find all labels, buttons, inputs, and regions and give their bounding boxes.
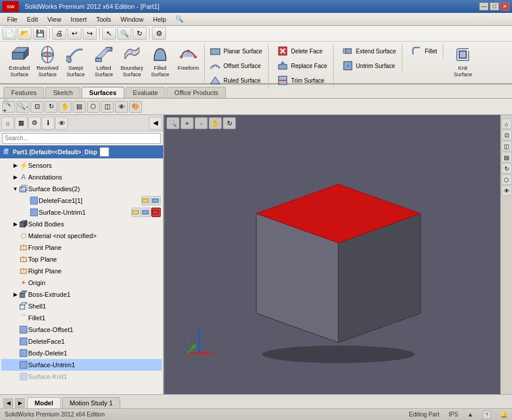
- tab-sketch[interactable]: Sketch: [45, 87, 80, 98]
- vp-zoom-btn[interactable]: 🔍: [167, 117, 179, 129]
- menu-window[interactable]: Window: [116, 15, 148, 24]
- action-config[interactable]: [151, 196, 161, 205]
- tab-surfaces[interactable]: Surfaces: [82, 87, 124, 98]
- tree-part-header[interactable]: Part1 (Default<<Default>_Disp: [0, 145, 163, 158]
- tree-surface-bodies[interactable]: ▼ Surface Bodies(2): [1, 183, 162, 195]
- menu-file[interactable]: File: [2, 15, 22, 24]
- expand-icon[interactable]: ▶: [12, 291, 19, 298]
- btab-motion-study[interactable]: Motion Study 1: [62, 397, 120, 408]
- toolbar-print[interactable]: 🖨: [52, 27, 66, 40]
- pan-btn[interactable]: ✋: [59, 101, 72, 113]
- view-orient-btn[interactable]: ◫: [101, 101, 114, 113]
- tree-surface-untrim1[interactable]: Surface-Untrim1: [1, 206, 162, 218]
- tool-lofted-surface[interactable]: Lofted Surface: [90, 44, 117, 79]
- rp-hide[interactable]: 👁: [501, 185, 512, 196]
- close-button[interactable]: ✕: [500, 2, 510, 11]
- menu-insert[interactable]: Insert: [66, 15, 91, 24]
- rp-section[interactable]: ▤: [501, 152, 512, 162]
- section-view-btn[interactable]: ▤: [73, 101, 86, 113]
- tree-origin[interactable]: ✦ Origin: [1, 277, 162, 289]
- tool-fillet[interactable]: Fillet: [408, 44, 439, 58]
- action-delete2[interactable]: [151, 208, 161, 217]
- action-eye[interactable]: [141, 196, 151, 205]
- hide-show-btn[interactable]: 👁: [115, 101, 128, 113]
- menu-help[interactable]: Help: [148, 15, 171, 24]
- btab-prev[interactable]: ◀: [4, 398, 13, 408]
- 3d-viewport[interactable]: 🔍 + - ✋ ↻ Z: [164, 115, 512, 394]
- expand-icon[interactable]: ▶: [12, 221, 19, 228]
- tool-trim-surface[interactable]: Trim Surface: [274, 73, 330, 87]
- tool-replace-face[interactable]: Replace Face: [274, 59, 330, 73]
- toolbar-new[interactable]: 📄: [2, 27, 16, 40]
- toolbar-undo[interactable]: ↩: [67, 27, 82, 40]
- tool-extruded-surface[interactable]: Extruded Surface: [6, 44, 33, 79]
- btab-model[interactable]: Model: [27, 397, 61, 408]
- action-config2[interactable]: [141, 208, 151, 217]
- tool-knit-surface[interactable]: Knit Surface: [449, 44, 476, 79]
- rp-rotate[interactable]: ↻: [501, 163, 512, 174]
- tree-surface-untrim1b[interactable]: Surface-Untrim1: [1, 359, 162, 371]
- tree-material[interactable]: ⬡ Material <not specified>: [1, 230, 162, 242]
- expand-icon[interactable]: ▶: [12, 174, 19, 181]
- expand-icon[interactable]: ▶: [12, 162, 19, 169]
- action-eye2[interactable]: [131, 208, 141, 217]
- zoom-in-btn[interactable]: 🔍+: [2, 101, 15, 113]
- tool-extend-surface[interactable]: Extend Surface: [340, 44, 398, 58]
- tree-surface-knit1[interactable]: Surface-Knit1: [1, 371, 162, 382]
- rotate-view-btn[interactable]: ↻: [45, 101, 57, 113]
- vp-zoom-in-btn[interactable]: +: [181, 117, 194, 129]
- appearance-btn[interactable]: 🎨: [129, 101, 142, 113]
- panel-btn-display[interactable]: 👁: [55, 117, 68, 130]
- tool-untrim-surface[interactable]: Untrim Surface: [340, 59, 398, 73]
- vp-pan-btn[interactable]: ✋: [209, 117, 222, 129]
- minimize-button[interactable]: —: [479, 2, 489, 11]
- panel-btn-home[interactable]: ⌂: [1, 117, 14, 130]
- tool-freeform[interactable]: Freeform: [175, 44, 202, 73]
- tool-planar-surface[interactable]: Planar Surface: [207, 44, 265, 58]
- tree-body-delete1[interactable]: Body-Delete1: [1, 347, 162, 359]
- tab-evaluate[interactable]: Evaluate: [126, 87, 166, 98]
- toolbar-select[interactable]: ↖: [102, 27, 116, 40]
- tool-ruled-surface[interactable]: Ruled Surface: [207, 73, 265, 87]
- rp-display[interactable]: ⬡: [501, 174, 512, 185]
- tree-surface-offset1[interactable]: Surface-Offset1: [1, 324, 162, 336]
- toolbar-options[interactable]: ⚙: [152, 27, 166, 40]
- panel-collapse-btn[interactable]: ◀: [149, 117, 162, 130]
- tree-right-plane[interactable]: Right Plane: [1, 265, 162, 277]
- tool-offset-surface[interactable]: Offset Surface: [207, 59, 265, 73]
- zoom-fit-btn[interactable]: ⊡: [30, 101, 43, 113]
- tree-annotations[interactable]: ▶ A Annotations: [1, 171, 162, 183]
- toolbar-redo[interactable]: ↪: [83, 27, 97, 40]
- maximize-button[interactable]: □: [490, 2, 499, 11]
- vp-rotate-btn[interactable]: ↻: [223, 117, 236, 129]
- tree-sensors[interactable]: ▶ ⚡ Sensors: [1, 160, 162, 171]
- toolbar-save[interactable]: 💾: [33, 27, 47, 40]
- menu-edit[interactable]: Edit: [22, 15, 43, 24]
- tab-features[interactable]: Features: [4, 87, 44, 98]
- panel-btn-config[interactable]: ⚙: [28, 117, 41, 130]
- tool-revolved-surface[interactable]: Revolved Surface: [34, 44, 61, 79]
- menu-tools[interactable]: Tools: [91, 15, 116, 24]
- vp-zoom-out-btn[interactable]: -: [195, 117, 208, 129]
- tool-delete-face[interactable]: Delete Face: [274, 44, 330, 58]
- btab-next[interactable]: ▶: [15, 398, 25, 408]
- tree-front-plane[interactable]: Front Plane: [1, 242, 162, 253]
- titlebar-controls[interactable]: — □ ✕: [479, 2, 510, 11]
- surface-bodies-expand[interactable]: ▼: [12, 185, 19, 192]
- tree-top-plane[interactable]: Top Plane: [1, 253, 162, 265]
- tree-deleteface1[interactable]: DeleteFace1[1]: [1, 195, 162, 206]
- toolbar-rotate[interactable]: ↻: [133, 27, 147, 40]
- tree-shell1[interactable]: Shell1: [1, 300, 162, 312]
- tool-boundary-surface[interactable]: Boundary Surface: [118, 44, 145, 79]
- display-style-btn[interactable]: ⬡: [87, 101, 100, 113]
- menu-search[interactable]: 🔍: [171, 14, 188, 24]
- tree-boss-extrude1[interactable]: ▶ Boss-Extrude1: [1, 289, 162, 300]
- toolbar-zoom[interactable]: 🔍: [117, 27, 131, 40]
- status-help[interactable]: ?: [483, 411, 491, 419]
- tree-fillet1[interactable]: ⌒ Fillet1: [1, 312, 162, 324]
- tool-filled-surface[interactable]: Filled Surface: [147, 44, 174, 79]
- rp-zoom-fit[interactable]: ⊡: [501, 130, 512, 140]
- toolbar-open[interactable]: 📂: [18, 27, 32, 40]
- menu-view[interactable]: View: [43, 15, 66, 24]
- tool-swept-surface[interactable]: Swept Surface: [62, 44, 89, 79]
